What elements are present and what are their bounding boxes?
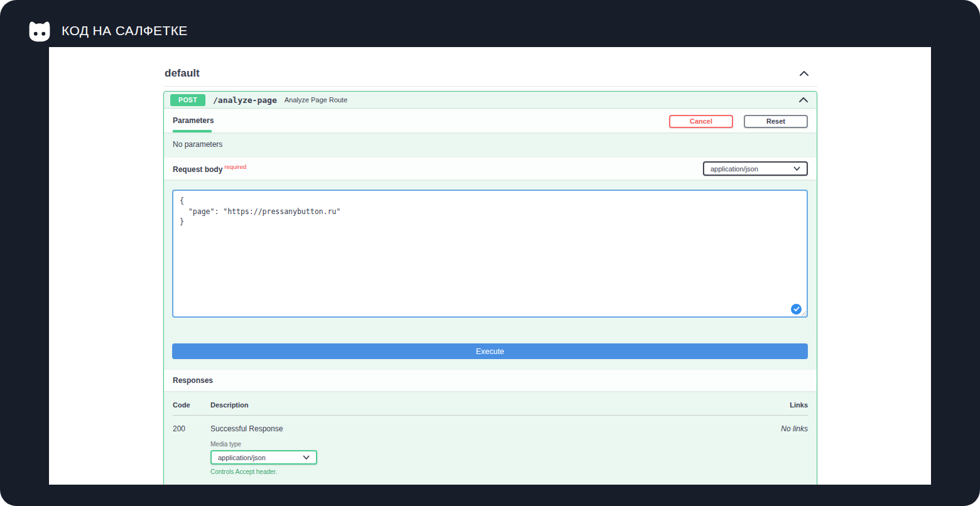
- chevron-down-icon: [793, 166, 800, 171]
- request-media-type-select[interactable]: application/json: [703, 161, 808, 176]
- response-code: 200: [173, 424, 210, 485]
- column-header-links: Links: [790, 401, 808, 409]
- swagger-content: default POST /analyze-page Analyze Page …: [163, 47, 817, 485]
- app-dark-frame: КОД НА САЛФЕТКЕ default POST /analyze-pa…: [0, 0, 980, 506]
- request-body-label-group: Request bodyrequired: [173, 163, 246, 175]
- reset-button[interactable]: Reset: [744, 115, 808, 128]
- brand-header: КОД НА САЛФЕТКЕ: [26, 19, 188, 43]
- parameters-section-header: Parameters Cancel Reset: [164, 109, 817, 132]
- tag-title: default: [165, 67, 200, 80]
- execute-button[interactable]: Execute: [172, 343, 808, 359]
- brand-title: КОД НА САЛФЕТКЕ: [62, 23, 188, 38]
- response-description: Successful Response: [210, 424, 781, 433]
- column-header-description: Description: [210, 401, 790, 409]
- check-icon: [791, 304, 802, 315]
- responses-title: Responses: [173, 376, 213, 385]
- execute-wrap: Execute: [164, 328, 817, 370]
- chevron-up-icon: [798, 69, 810, 78]
- response-description-cell: Successful Response Media type applicati…: [210, 424, 781, 485]
- textarea-resize-handle[interactable]: [801, 308, 807, 319]
- cat-icon: [26, 19, 53, 43]
- endpoint-summary: Analyze Page Route: [285, 96, 347, 104]
- response-media-type-select[interactable]: application/json: [210, 450, 317, 465]
- request-body-section-header: Request bodyrequired application/json: [164, 158, 817, 180]
- column-header-code: Code: [173, 401, 210, 409]
- parameters-tab-label: Parameters: [173, 116, 214, 125]
- no-parameters-message: No parameters: [164, 132, 817, 158]
- responses-section-header: Responses: [164, 370, 817, 391]
- request-media-type-value: application/json: [710, 165, 758, 173]
- opblock-summary[interactable]: POST /analyze-page Analyze Page Route: [164, 92, 817, 109]
- cancel-button[interactable]: Cancel: [669, 115, 733, 128]
- accept-header-note: Controls Accept header.: [210, 468, 781, 475]
- request-body-editor-wrap: { "page": "https://pressanybutton.ru" }: [164, 180, 817, 328]
- response-links: No links: [781, 424, 808, 485]
- required-flag: required: [224, 163, 246, 170]
- tryout-buttons: Cancel Reset: [669, 115, 808, 128]
- opblock-post-analyze-page: POST /analyze-page Analyze Page Route Pa…: [163, 91, 817, 485]
- responses-table-header: Code Description Links: [173, 401, 808, 416]
- endpoint-path: /analyze-page: [213, 95, 277, 105]
- swagger-card: default POST /analyze-page Analyze Page …: [49, 47, 931, 485]
- request-body-label: Request body: [173, 165, 222, 174]
- tag-collapse-button[interactable]: [797, 68, 811, 79]
- responses-table: Code Description Links 200 Successful Re…: [164, 391, 817, 485]
- chevron-down-icon: [303, 455, 310, 460]
- active-tab-underline: [173, 130, 212, 132]
- method-badge: POST: [170, 94, 205, 106]
- chevron-up-icon: [798, 95, 809, 104]
- response-media-type-value: application/json: [218, 454, 266, 461]
- media-type-label: Media type: [210, 441, 781, 448]
- tab-parameters[interactable]: Parameters: [173, 114, 214, 132]
- opblock-collapse-button[interactable]: [797, 94, 810, 105]
- request-body-textarea[interactable]: { "page": "https://pressanybutton.ru" }: [172, 190, 808, 318]
- tag-section-header[interactable]: default: [163, 47, 817, 87]
- table-row: 200 Successful Response Media type appli…: [173, 416, 808, 485]
